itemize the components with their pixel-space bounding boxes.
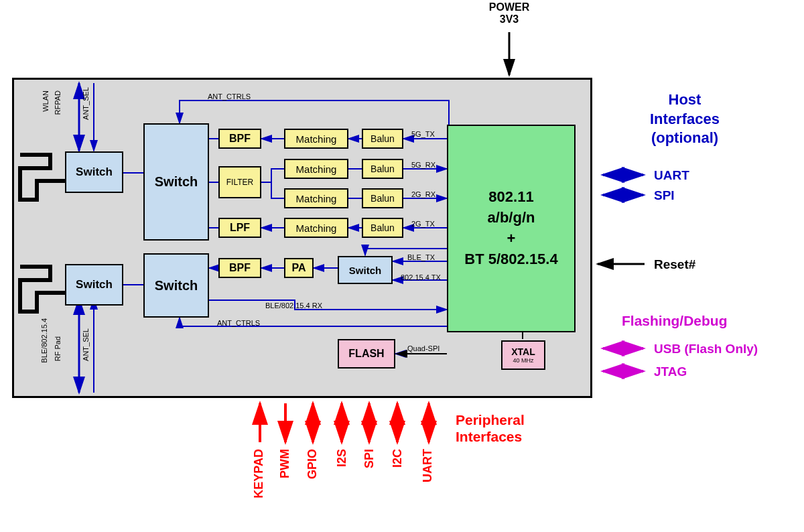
lpf-block: LPF [218,218,261,238]
flash-debug-title: Flashing/Debug [622,313,728,329]
balun2-block: Balun [362,159,403,179]
periph-uart: UART [421,449,435,482]
periph-i2s: I2S [335,449,349,467]
xtal-block: XTAL 40 MHz [501,340,545,370]
reset-label: Reset# [654,257,695,272]
jtag-label: JTAG [654,364,687,379]
5g-tx-label: 5G_TX [411,130,435,138]
chip-block: 802.11 a/b/g/n + BT 5/802.15.4 [447,125,576,332]
2g-rx-label: 2G_RX [411,190,436,198]
ble-rx-label: BLE/802.15.4 RX [265,302,322,310]
ant-ctrls-top-label: ANT_CTRLS [208,92,251,101]
antsel-label: ANT_SEL [82,87,90,120]
host-uart-label: UART [654,168,689,183]
matching1-block: Matching [284,129,348,149]
matching3-block: Matching [284,188,348,208]
host-interfaces-title: Host Interfaces (optional) [650,90,720,148]
switch5-block: Switch [338,256,393,284]
flash-block: FLASH [338,339,395,369]
balun4-block: Balun [362,218,403,238]
switch3-block: Switch [65,264,123,306]
ble-tx-label: BLE_TX [407,253,435,261]
2g-tx-label: 2G_TX [411,220,435,228]
switch4-block: Switch [143,253,209,318]
bpf1-block: BPF [218,129,261,149]
balun1-block: Balun [362,129,403,149]
filter-block: FILTER [218,166,261,198]
matching2-block: Matching [284,159,348,179]
periph-pwm: PWM [278,449,292,478]
bpf2-block: BPF [218,258,261,278]
switch1-block: Switch [65,151,123,193]
5g-rx-label: 5G_RX [411,161,436,169]
quadspi-label: Quad-SPI [407,344,440,352]
antsel2-label: ANT_SEL [82,328,90,361]
power-label: POWER 3V3 [469,1,549,25]
802154-tx-label: 802.15.4 TX [401,273,441,281]
wlan-label: WLAN [42,90,50,112]
periph-keypad: KEYPAD [252,449,266,498]
periph-spi: SPI [362,449,377,468]
periph-i2c: I2C [391,449,405,468]
ant-ctrls-bot-label: ANT_CTRLS [217,319,260,327]
matching4-block: Matching [284,218,348,238]
balun3-block: Balun [362,188,403,208]
pa-block: PA [284,258,314,278]
periph-gpio: GPIO [306,449,320,479]
peripheral-title: Peripheral Interfaces [456,411,525,445]
switch2-block: Switch [143,123,209,241]
ble-rfpad-label: BLE/802.15.4 [40,318,48,363]
host-spi-label: SPI [654,188,675,203]
rfpad2-label: RF Pad [54,336,62,361]
usb-label: USB (Flash Only) [654,342,758,356]
rfpad-label: RFPAD [54,90,62,115]
